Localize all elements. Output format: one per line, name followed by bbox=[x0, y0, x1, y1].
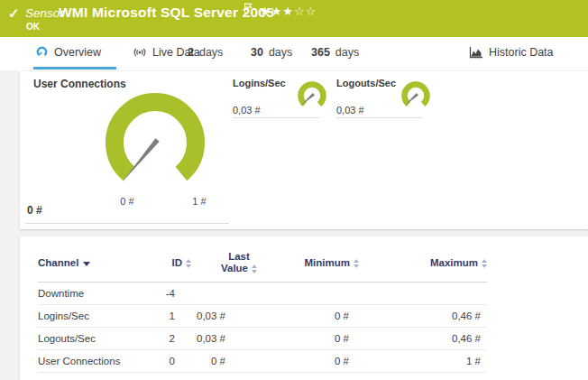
primary-gauge-value: 0 # bbox=[27, 204, 42, 217]
last-value-cell: 0,03 # bbox=[191, 305, 260, 328]
tab-30-days-number: 30 bbox=[251, 46, 263, 59]
logins-gauge-value: 0,03 # bbox=[233, 105, 261, 116]
logins-gauge-title: Logins/Sec bbox=[233, 78, 286, 88]
tab-2-days-number: 2 bbox=[188, 46, 194, 59]
tab-bar: Overview Live Data 2 days 30 days 365 da… bbox=[0, 37, 588, 70]
channel-name-cell: Logouts/Sec bbox=[38, 328, 153, 350]
table-header-row: Channel ID Last Value Minimum Maximum bbox=[38, 249, 487, 283]
maximum-cell: 0,46 # bbox=[359, 305, 487, 328]
channel-name-cell: Downtime bbox=[38, 283, 153, 305]
table-row[interactable]: Downtime -4 bbox=[38, 283, 487, 305]
tab-historic-data-label: Historic Data bbox=[489, 46, 554, 59]
tab-historic-data[interactable]: Historic Data bbox=[467, 37, 556, 67]
gauge-scale-max-label: 1 # bbox=[179, 196, 220, 207]
flag-icon[interactable] bbox=[243, 3, 253, 14]
tab-2-days[interactable]: 2 days bbox=[186, 37, 225, 67]
channel-name-cell: Logins/Sec bbox=[38, 305, 153, 328]
sort-icon bbox=[354, 259, 359, 268]
status-check-icon: ✓ bbox=[8, 5, 20, 22]
channel-table: Channel ID Last Value Minimum Maximum bbox=[38, 249, 487, 373]
channel-name-cell: User Connections bbox=[38, 350, 153, 373]
logins-gauge bbox=[294, 80, 330, 113]
sort-desc-icon bbox=[83, 262, 90, 266]
divider bbox=[25, 223, 229, 224]
tab-overview-label: Overview bbox=[54, 46, 101, 59]
column-header-last-value[interactable]: Last Value bbox=[191, 249, 260, 283]
logouts-gauge-value: 0,03 # bbox=[336, 105, 364, 116]
minimum-cell: 0 # bbox=[260, 305, 359, 328]
table-row[interactable]: Logouts/Sec 2 0,03 # 0 # 0,46 # bbox=[38, 328, 487, 350]
logouts-gauge-section: Logouts/Sec 0,03 # bbox=[336, 78, 423, 118]
sort-icon bbox=[252, 264, 257, 273]
sensor-title: WMI Microsoft SQL Server 2005 bbox=[59, 5, 274, 21]
id-cell: 1 bbox=[153, 305, 191, 328]
prtg-sensor-page: ✓ Sensor WMI Microsoft SQL Server 2005 ★… bbox=[0, 0, 588, 380]
historic-data-icon bbox=[469, 46, 483, 59]
tab-365-days-number: 365 bbox=[311, 46, 330, 59]
user-connections-gauge bbox=[83, 78, 227, 213]
stars-empty: ☆☆ bbox=[294, 5, 317, 18]
stars-filled: ★★★ bbox=[260, 5, 294, 18]
sort-icon bbox=[482, 259, 487, 268]
gauges-panel: User Connections 0 # 1 # 0 # Logins/Sec … bbox=[20, 71, 588, 229]
logouts-gauge bbox=[398, 80, 434, 113]
table-row[interactable]: Logins/Sec 1 0,03 # 0 # 0,46 # bbox=[38, 305, 487, 328]
minimum-cell bbox=[260, 283, 359, 305]
gauge-icon bbox=[35, 45, 49, 59]
live-data-icon bbox=[133, 47, 147, 58]
tab-overview[interactable]: Overview bbox=[33, 37, 116, 70]
maximum-cell: 1 # bbox=[359, 350, 487, 373]
column-header-channel[interactable]: Channel bbox=[38, 249, 153, 283]
last-value-cell: 0,03 # bbox=[191, 328, 260, 350]
column-header-maximum[interactable]: Maximum bbox=[359, 249, 487, 283]
minimum-cell: 0 # bbox=[260, 350, 359, 373]
table-row[interactable]: User Connections 0 0 # 0 # 1 # bbox=[38, 350, 487, 373]
maximum-cell: 0,46 # bbox=[359, 328, 487, 350]
id-cell: -4 bbox=[153, 283, 191, 305]
minimum-cell: 0 # bbox=[260, 328, 359, 350]
tab-30-days[interactable]: 30 days bbox=[249, 37, 294, 67]
priority-stars[interactable]: ★★★☆☆ bbox=[260, 5, 317, 18]
id-cell: 0 bbox=[153, 350, 191, 373]
id-cell: 2 bbox=[153, 328, 191, 350]
gauge-scale-min-label: 0 # bbox=[106, 196, 148, 207]
maximum-cell bbox=[359, 283, 487, 305]
last-value-cell: 0 # bbox=[191, 350, 260, 373]
sensor-header: ✓ Sensor WMI Microsoft SQL Server 2005 ★… bbox=[0, 0, 588, 37]
column-header-minimum[interactable]: Minimum bbox=[260, 249, 359, 283]
tab-2-days-unit: days bbox=[199, 46, 223, 59]
sensor-status-badge: OK bbox=[26, 22, 40, 32]
sort-icon bbox=[186, 259, 191, 268]
channels-panel: Channel ID Last Value Minimum Maximum bbox=[20, 236, 588, 380]
logins-gauge-section: Logins/Sec 0,03 # bbox=[233, 78, 319, 118]
tab-365-days-unit: days bbox=[335, 46, 359, 59]
column-header-id[interactable]: ID bbox=[153, 249, 191, 283]
tab-365-days[interactable]: 365 days bbox=[309, 37, 361, 67]
tab-30-days-unit: days bbox=[269, 46, 292, 59]
last-value-cell bbox=[191, 283, 260, 305]
logouts-gauge-title: Logouts/Sec bbox=[336, 78, 396, 88]
